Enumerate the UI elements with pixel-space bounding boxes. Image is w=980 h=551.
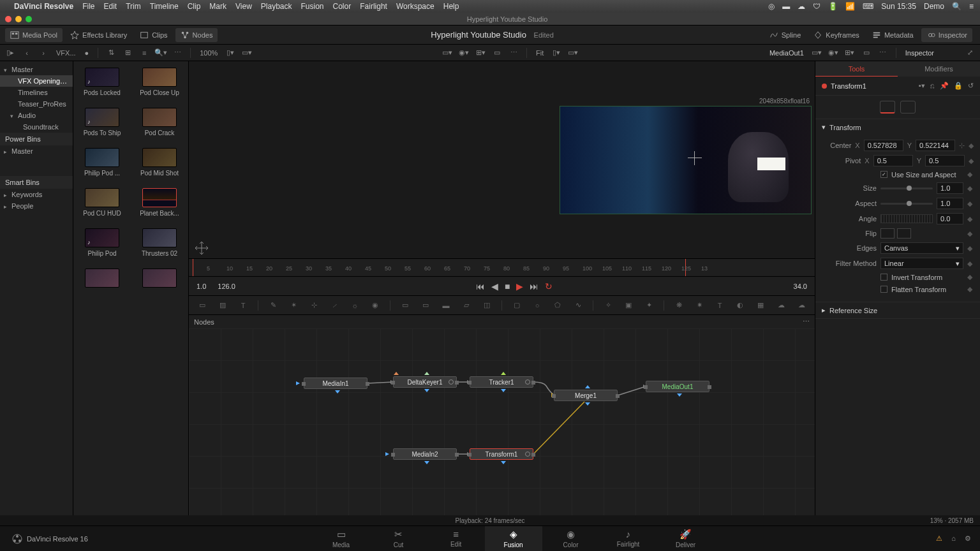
tool-fog[interactable]: ☁ [775, 300, 787, 311]
tool-shape[interactable]: ◐ [734, 300, 746, 311]
mode-controls-icon[interactable] [880, 101, 895, 114]
keyframes-button[interactable]: Keyframes [808, 28, 865, 42]
spotlight-icon[interactable]: 🔍 [952, 2, 961, 11]
more-icon[interactable]: ⋯ [171, 47, 184, 59]
goto-end-button[interactable]: ⏭ [530, 281, 538, 291]
nav-forward-icon[interactable]: › [37, 47, 50, 59]
angle-keyframe-icon[interactable]: ◆ [967, 215, 974, 223]
section-transform-header[interactable]: ▾Transform [815, 119, 980, 135]
time-ruler[interactable]: 5101520253035404550556065707580859095100… [189, 258, 815, 276]
viewer-b-roi-icon[interactable]: ▭ [860, 47, 873, 59]
media-item[interactable]: Thrusters 02 [137, 228, 182, 257]
node-pin-icon[interactable]: 📌 [940, 82, 949, 90]
close-window-button[interactable] [5, 16, 11, 22]
center-y-input[interactable] [916, 140, 955, 151]
menu-fusion[interactable]: Fusion [301, 2, 324, 11]
center-x-input[interactable] [864, 140, 903, 151]
filter-keyframe-icon[interactable]: ◆ [967, 260, 974, 268]
play-button[interactable]: ▶ [516, 281, 523, 291]
pivot-y-input[interactable] [925, 155, 965, 166]
tool-render[interactable]: ▦ [755, 300, 766, 311]
pivot-x-input[interactable] [873, 155, 913, 166]
tool-paint[interactable]: ✎ [267, 300, 279, 311]
tool-particle[interactable]: ❋ [673, 300, 685, 311]
tree-power-master[interactable]: ▸Master [0, 145, 73, 157]
status-icon[interactable]: ☁ [798, 2, 805, 11]
tool-light3d[interactable]: ✦ [643, 300, 655, 311]
edges-select[interactable]: Canvas▾ [880, 242, 963, 254]
usa-keyframe-icon[interactable]: ◆ [967, 170, 974, 179]
menubar-app-name[interactable]: DaVinci Resolve [14, 2, 73, 11]
tool-ellipse[interactable]: ○ [531, 300, 543, 311]
viewer-grid-icon[interactable]: ⊞▾ [474, 47, 487, 59]
loop-button[interactable]: ↻ [545, 281, 553, 291]
tool-emitter[interactable]: ✷ [694, 300, 705, 311]
status-icon[interactable]: ▬ [782, 2, 790, 11]
size-input[interactable] [937, 182, 963, 194]
pivot-keyframe-icon[interactable]: ◆ [969, 157, 974, 165]
tool-text[interactable]: T [237, 300, 249, 311]
menu-help[interactable]: Help [443, 2, 459, 11]
breadcrumb[interactable]: VFX... [54, 49, 78, 57]
node-mediain1[interactable]: MediaIn1 [304, 378, 368, 389]
expand-inspector-icon[interactable]: ⤢ [963, 47, 976, 59]
menu-file[interactable]: File [82, 2, 94, 11]
tree-master[interactable]: ▾Master [0, 64, 73, 75]
tool-merge[interactable]: ▭ [399, 300, 411, 311]
media-item[interactable]: Pod CU HUD [80, 188, 124, 217]
status-icon[interactable]: 🔋 [828, 2, 838, 11]
nodes-canvas[interactable]: MediaIn1DeltaKeyer1Tracker1Merge1MediaOu… [189, 328, 815, 525]
flip-v-button[interactable] [897, 228, 911, 239]
tree-people[interactable]: ▸People [0, 200, 73, 212]
viewer-more-icon[interactable]: ⋯ [507, 47, 520, 59]
menu-fairlight[interactable]: Fairlight [360, 2, 387, 11]
flatten-keyframe-icon[interactable]: ◆ [967, 285, 974, 293]
menubar-user[interactable]: Demo [924, 2, 944, 11]
viewer-b-more-icon[interactable]: ⋯ [877, 47, 889, 59]
tool-3d[interactable]: ✧ [602, 300, 614, 311]
tool-resize[interactable]: ◫ [481, 300, 493, 311]
flip-keyframe-icon[interactable]: ◆ [967, 230, 974, 238]
media-item[interactable] [80, 268, 124, 290]
viewer-left[interactable] [189, 61, 556, 258]
aspect-input[interactable] [937, 198, 963, 209]
media-item[interactable]: Pod Mid Shot [137, 148, 182, 177]
clips-button[interactable]: Clips [135, 28, 172, 42]
page-deliver[interactable]: 🚀Deliver [657, 526, 715, 551]
effects-library-button[interactable]: Effects Library [65, 28, 132, 42]
tree-keywords[interactable]: ▸Keywords [0, 189, 73, 200]
node-merge1[interactable]: Merge1 [554, 390, 618, 401]
aspect-slider[interactable] [880, 203, 933, 205]
tool-light[interactable]: ☼ [349, 300, 360, 311]
viewer-channel-icon[interactable]: ◉▾ [457, 47, 470, 59]
node-deltakeyer1[interactable]: DeltaKeyer1 [393, 376, 457, 388]
media-item[interactable]: Pod Close Up [137, 68, 182, 96]
viewer-a-icon[interactable]: ▭▾ [441, 47, 454, 59]
minimize-window-button[interactable] [15, 16, 22, 22]
node-reset-icon[interactable]: ↺ [968, 82, 974, 90]
zoom-level[interactable]: 100% [197, 49, 220, 57]
menu-trim[interactable]: Trim [126, 2, 141, 11]
menu-mark[interactable]: Mark [209, 2, 226, 11]
transform-crosshair[interactable] [688, 151, 702, 165]
menubar-menu-icon[interactable]: ≡ [969, 2, 974, 11]
size-slider[interactable] [880, 187, 933, 189]
goto-start-button[interactable]: ⏮ [476, 281, 485, 291]
tool-brush[interactable]: ⟋ [329, 300, 340, 311]
page-edit[interactable]: ≡Edit [427, 526, 485, 551]
invert-transform-checkbox[interactable] [880, 274, 887, 281]
viewer-b-a-icon[interactable]: ▭▾ [810, 47, 823, 59]
status-icon[interactable]: 📶 [845, 2, 855, 11]
edges-keyframe-icon[interactable]: ◆ [967, 244, 974, 253]
nodes-button[interactable]: Nodes [175, 28, 218, 42]
tool-bspline[interactable]: ∿ [572, 300, 584, 311]
tool-corner[interactable]: ▱ [461, 300, 472, 311]
viewer-image[interactable]: 2048x858xfloat16 [560, 106, 812, 214]
status-icon[interactable]: ⌨ [863, 2, 873, 11]
node-transform1[interactable]: Transform1 [470, 448, 533, 460]
home-icon[interactable]: ⌂ [951, 534, 956, 543]
media-item[interactable]: ♪Pods Locked [80, 68, 124, 96]
size-keyframe-icon[interactable]: ◆ [967, 184, 974, 193]
use-size-aspect-checkbox[interactable]: ✓ [880, 171, 887, 178]
node-tracker1[interactable]: Tracker1 [470, 376, 533, 388]
